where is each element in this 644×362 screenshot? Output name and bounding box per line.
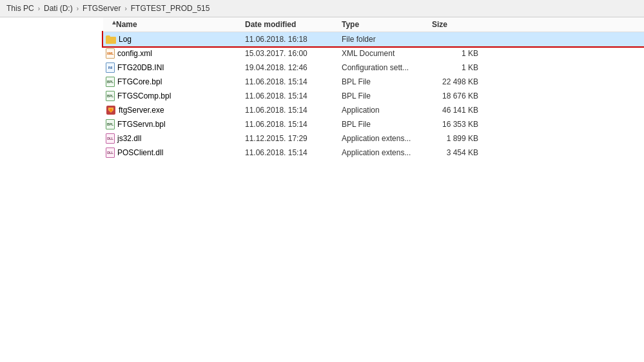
breadcrumb-ftgserver[interactable]: FTGServer <box>83 4 121 13</box>
cell-size: 1 KB <box>432 63 483 72</box>
file-name-text: FTGSComp.bpl <box>117 91 171 100</box>
cell-type: Application <box>342 106 432 115</box>
cell-type: BPL File <box>342 77 432 86</box>
table-row[interactable]: DLL js32.dll 11.12.2015. 17:29 Applicati… <box>103 131 644 146</box>
bpl-icon: BPL <box>106 91 115 101</box>
cell-size: 46 141 KB <box>432 106 483 115</box>
exe-icon <box>106 105 116 115</box>
title-bar: This PC › Dati (D:) › FTGServer › FTGTES… <box>0 0 644 17</box>
xml-icon: XML <box>106 48 115 59</box>
dll-icon: DLL <box>106 148 115 158</box>
cell-name: Log <box>103 35 245 44</box>
column-headers: ▲ Name Date modified Type Size <box>103 17 644 32</box>
main-container: ▲ Name Date modified Type Size Log 11.06… <box>0 17 644 359</box>
file-name-text: Log <box>119 35 132 44</box>
file-name-text: ftgServer.exe <box>119 106 164 115</box>
cell-date: 11.12.2015. 17:29 <box>245 134 342 143</box>
cell-date: 11.06.2018. 15:14 <box>245 91 342 100</box>
file-name-text: js32.dll <box>117 134 141 143</box>
sort-arrow: ▲ <box>111 19 117 26</box>
cell-type: Application extens... <box>342 134 432 143</box>
file-name-text: FTG20DB.INI <box>117 63 164 72</box>
table-row[interactable]: BPL FTGCore.bpl 11.06.2018. 15:14 BPL Fi… <box>103 75 644 89</box>
cell-name: ftgServer.exe <box>103 105 245 115</box>
cell-date: 11.06.2018. 16:18 <box>245 35 342 44</box>
cell-date: 15.03.2017. 16:00 <box>245 49 342 58</box>
breadcrumb-arrow-2: › <box>77 5 79 12</box>
cell-date: 11.06.2018. 15:14 <box>245 77 342 86</box>
cell-name: BPL FTGSComp.bpl <box>103 91 245 101</box>
cell-type: BPL File <box>342 91 432 100</box>
bpl-icon: BPL <box>106 119 115 129</box>
cell-size: 18 676 KB <box>432 91 483 100</box>
cell-type: BPL File <box>342 120 432 129</box>
breadcrumb-arrow-1: › <box>38 5 40 12</box>
bpl-icon: BPL <box>106 77 115 87</box>
cell-type: Configuration sett... <box>342 63 432 72</box>
table-row[interactable]: BPL FTGSComp.bpl 11.06.2018. 15:14 BPL F… <box>103 89 644 103</box>
table-row[interactable]: ftgServer.exe 11.06.2018. 15:14 Applicat… <box>103 103 644 117</box>
cell-size: 1 KB <box>432 49 483 58</box>
table-row[interactable]: XML config.xml 15.03.2017. 16:00 XML Doc… <box>103 46 644 61</box>
cell-name: DLL js32.dll <box>103 133 245 144</box>
col-header-size[interactable]: Size <box>432 20 483 29</box>
table-row[interactable]: INI FTG20DB.INI 19.04.2018. 12:46 Config… <box>103 61 644 75</box>
cell-name: DLL POSClient.dll <box>103 148 245 158</box>
cell-date: 11.06.2018. 15:14 <box>245 106 342 115</box>
cell-size: 3 454 KB <box>432 148 483 157</box>
cell-size: 16 353 KB <box>432 120 483 129</box>
cell-name: BPL FTGCore.bpl <box>103 77 245 87</box>
cell-type: XML Document <box>342 49 432 58</box>
cell-type: File folder <box>342 35 432 44</box>
folder-icon <box>106 35 116 44</box>
file-name-text: POSClient.dll <box>117 148 163 157</box>
table-row[interactable]: Log 11.06.2018. 16:18 File folder <box>103 32 644 46</box>
cell-date: 19.04.2018. 12:46 <box>245 63 342 72</box>
breadcrumb-dati[interactable]: Dati (D:) <box>44 4 73 13</box>
file-name-text: FTGServn.bpl <box>117 120 166 129</box>
table-row[interactable]: DLL POSClient.dll 11.06.2018. 15:14 Appl… <box>103 146 644 160</box>
cell-name: INI FTG20DB.INI <box>103 62 245 73</box>
breadcrumb-folder[interactable]: FTGTEST_PROD_515 <box>131 4 210 13</box>
cell-name: BPL FTGServn.bpl <box>103 119 245 129</box>
cell-name: XML config.xml <box>103 48 245 59</box>
cell-type: Application extens... <box>342 148 432 157</box>
file-rows-container: Log 11.06.2018. 16:18 File folder XML co… <box>103 32 644 160</box>
col-header-name[interactable]: Name <box>103 20 245 29</box>
file-list-area: ▲ Name Date modified Type Size Log 11.06… <box>0 17 644 359</box>
breadcrumb-arrow-3: › <box>124 5 126 12</box>
table-row[interactable]: BPL FTGServn.bpl 11.06.2018. 15:14 BPL F… <box>103 117 644 131</box>
file-name-text: config.xml <box>117 49 152 58</box>
col-header-date[interactable]: Date modified <box>245 20 342 29</box>
cell-date: 11.06.2018. 15:14 <box>245 120 342 129</box>
cell-size: 1 899 KB <box>432 134 483 143</box>
col-header-type[interactable]: Type <box>342 20 432 29</box>
breadcrumb-thispc[interactable]: This PC <box>6 4 34 13</box>
cell-date: 11.06.2018. 15:14 <box>245 148 342 157</box>
ini-icon: INI <box>106 62 115 73</box>
cell-size: 22 498 KB <box>432 77 483 86</box>
file-name-text: FTGCore.bpl <box>117 77 162 86</box>
dll-icon: DLL <box>106 133 115 144</box>
